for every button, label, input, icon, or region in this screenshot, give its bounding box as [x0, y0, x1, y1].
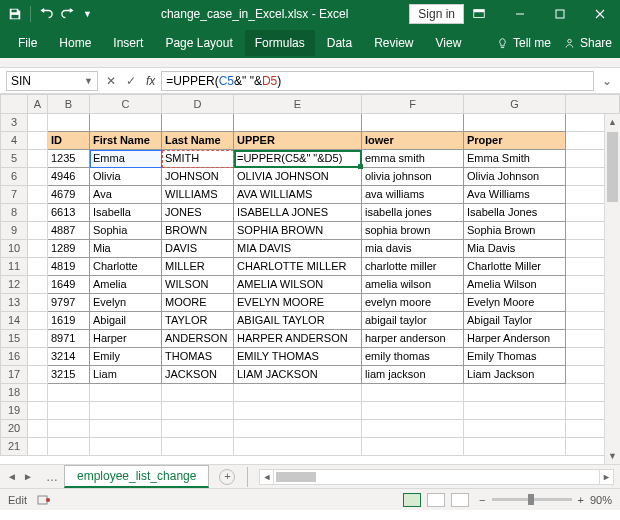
cell-D19[interactable]: [162, 402, 234, 420]
cell-A15[interactable]: [28, 330, 48, 348]
cell-C18[interactable]: [90, 384, 162, 402]
cell-C8[interactable]: Isabella: [90, 204, 162, 222]
cell-A13[interactable]: [28, 294, 48, 312]
row-header-9[interactable]: 9: [0, 222, 28, 240]
cell-F11[interactable]: charlotte miller: [362, 258, 464, 276]
row-header-16[interactable]: 16: [0, 348, 28, 366]
cell-C10[interactable]: Mia: [90, 240, 162, 258]
col-header-C[interactable]: C: [90, 94, 162, 114]
cell-D3[interactable]: [162, 114, 234, 132]
cell-D6[interactable]: JOHNSON: [162, 168, 234, 186]
cell-G20[interactable]: [464, 420, 566, 438]
cell-A16[interactable]: [28, 348, 48, 366]
row-header-10[interactable]: 10: [0, 240, 28, 258]
qat-customize-icon[interactable]: ▼: [83, 9, 92, 19]
close-button[interactable]: [580, 0, 620, 28]
cell-G7[interactable]: Ava Williams: [464, 186, 566, 204]
cell-F13[interactable]: evelyn moore: [362, 294, 464, 312]
row-header-15[interactable]: 15: [0, 330, 28, 348]
cell-C14[interactable]: Abigail: [90, 312, 162, 330]
view-page-break-button[interactable]: [451, 493, 469, 507]
row-header-5[interactable]: 5: [0, 150, 28, 168]
row-header-21[interactable]: 21: [0, 438, 28, 456]
sheet-nav-more[interactable]: …: [40, 470, 64, 484]
cell-A12[interactable]: [28, 276, 48, 294]
name-box[interactable]: SIN▼: [6, 71, 98, 91]
cell-B14[interactable]: 1619: [48, 312, 90, 330]
cell-F21[interactable]: [362, 438, 464, 456]
cell-E6[interactable]: OLIVIA JOHNSON: [234, 168, 362, 186]
minimize-button[interactable]: [500, 0, 540, 28]
cell-F17[interactable]: liam jackson: [362, 366, 464, 384]
col-header-G[interactable]: G: [464, 94, 566, 114]
cell-F19[interactable]: [362, 402, 464, 420]
expand-formula-bar-icon[interactable]: ⌄: [600, 74, 614, 88]
ribbon-tab-view[interactable]: View: [426, 30, 472, 56]
cell-B21[interactable]: [48, 438, 90, 456]
cell-C9[interactable]: Sophia: [90, 222, 162, 240]
zoom-out-button[interactable]: −: [479, 494, 485, 506]
cell-D5[interactable]: SMITH: [162, 150, 234, 168]
cell-A6[interactable]: [28, 168, 48, 186]
cell-D4[interactable]: Last Name: [162, 132, 234, 150]
cell-E15[interactable]: HARPER ANDERSON: [234, 330, 362, 348]
cell-F9[interactable]: sophia brown: [362, 222, 464, 240]
cell-A10[interactable]: [28, 240, 48, 258]
cell-A19[interactable]: [28, 402, 48, 420]
cell-G10[interactable]: Mia Davis: [464, 240, 566, 258]
cell-C13[interactable]: Evelyn: [90, 294, 162, 312]
cell-D8[interactable]: JONES: [162, 204, 234, 222]
ribbon-tab-page-layout[interactable]: Page Layout: [155, 30, 242, 56]
cell-D11[interactable]: MILLER: [162, 258, 234, 276]
cell-C12[interactable]: Amelia: [90, 276, 162, 294]
view-page-layout-button[interactable]: [427, 493, 445, 507]
cell-D7[interactable]: WILLIAMS: [162, 186, 234, 204]
cell-F10[interactable]: mia davis: [362, 240, 464, 258]
cell-G21[interactable]: [464, 438, 566, 456]
cell-F7[interactable]: ava williams: [362, 186, 464, 204]
row-header-4[interactable]: 4: [0, 132, 28, 150]
cell-G4[interactable]: Proper: [464, 132, 566, 150]
col-header-A[interactable]: A: [28, 94, 48, 114]
fx-label[interactable]: fx: [146, 74, 155, 88]
cell-F14[interactable]: abigail taylor: [362, 312, 464, 330]
macro-record-icon[interactable]: [37, 494, 51, 506]
cell-D15[interactable]: ANDERSON: [162, 330, 234, 348]
view-normal-button[interactable]: [403, 493, 421, 507]
cancel-formula-icon[interactable]: ✕: [106, 74, 116, 88]
row-header-7[interactable]: 7: [0, 186, 28, 204]
worksheet-grid[interactable]: ABCDEFG 34IDFirst NameLast NameUPPERlowe…: [0, 94, 620, 464]
cell-B11[interactable]: 4819: [48, 258, 90, 276]
cell-E7[interactable]: AVA WILLIAMS: [234, 186, 362, 204]
cell-E17[interactable]: LIAM JACKSON: [234, 366, 362, 384]
cell-G3[interactable]: [464, 114, 566, 132]
zoom-level[interactable]: 90%: [590, 494, 612, 506]
sheet-nav[interactable]: ◄►: [0, 471, 40, 482]
cell-B5[interactable]: 1235: [48, 150, 90, 168]
cell-D10[interactable]: DAVIS: [162, 240, 234, 258]
row-header-11[interactable]: 11: [0, 258, 28, 276]
ribbon-tab-formulas[interactable]: Formulas: [245, 30, 315, 56]
ribbon-tab-insert[interactable]: Insert: [103, 30, 153, 56]
cell-B17[interactable]: 3215: [48, 366, 90, 384]
redo-icon[interactable]: [61, 7, 75, 21]
ribbon-tab-home[interactable]: Home: [49, 30, 101, 56]
cell-G15[interactable]: Harper Anderson: [464, 330, 566, 348]
cell-E21[interactable]: [234, 438, 362, 456]
zoom-in-button[interactable]: +: [578, 494, 584, 506]
cell-E11[interactable]: CHARLOTTE MILLER: [234, 258, 362, 276]
vertical-scrollbar[interactable]: ▲▼: [604, 114, 620, 464]
cell-F18[interactable]: [362, 384, 464, 402]
cell-E14[interactable]: ABIGAIL TAYLOR: [234, 312, 362, 330]
cell-F5[interactable]: emma smith: [362, 150, 464, 168]
cell-C4[interactable]: First Name: [90, 132, 162, 150]
cell-G12[interactable]: Amelia Wilson: [464, 276, 566, 294]
cell-B7[interactable]: 4679: [48, 186, 90, 204]
col-header-F[interactable]: F: [362, 94, 464, 114]
sheet-tab-active[interactable]: employee_list_change: [64, 465, 209, 488]
ribbon-tab-file[interactable]: File: [8, 30, 47, 56]
cell-D14[interactable]: TAYLOR: [162, 312, 234, 330]
enter-formula-icon[interactable]: ✓: [126, 74, 136, 88]
formula-input[interactable]: =UPPER(C5&" "&D5): [161, 71, 594, 91]
cell-E10[interactable]: MIA DAVIS: [234, 240, 362, 258]
